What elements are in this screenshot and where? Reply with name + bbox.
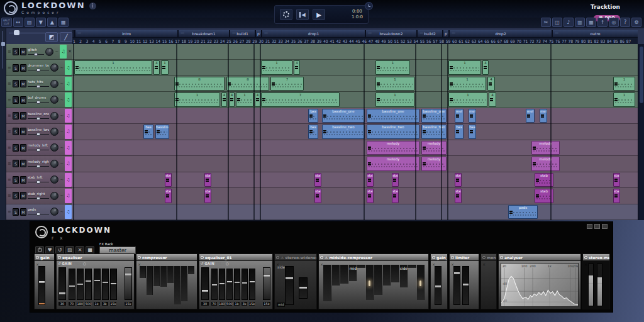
power-icon[interactable] <box>201 256 204 259</box>
fader-cap[interactable] <box>235 282 240 283</box>
fader-cap[interactable] <box>103 282 108 283</box>
minimize-icon[interactable] <box>587 224 592 229</box>
ms-band[interactable] <box>323 265 331 301</box>
settings-button[interactable]: ⚙ <box>631 18 641 27</box>
module-compressor[interactable]: compressor✕ <box>136 253 197 309</box>
clip-1[interactable]: 1 <box>613 92 635 106</box>
eq-freq-label[interactable]: FREQ <box>216 262 225 265</box>
eq-low-fader[interactable] <box>58 267 66 300</box>
track-lane-pads[interactable]: pads <box>72 204 638 220</box>
eq-high-fader[interactable] <box>263 267 270 300</box>
solo-button[interactable]: S <box>13 48 19 55</box>
midi-icon[interactable]: ♫ <box>65 189 72 203</box>
clip-melody[interactable]: melody <box>367 141 419 155</box>
eq-band-fader-15k[interactable] <box>110 269 117 300</box>
solo-button[interactable]: S <box>13 64 19 72</box>
ms-band[interactable] <box>332 265 340 286</box>
fader-cap[interactable] <box>202 290 208 292</box>
solo-button[interactable]: S <box>13 160 19 167</box>
mute-button[interactable]: M <box>20 64 26 72</box>
module-gain_01[interactable]: gain_01✕ <box>430 253 448 309</box>
fader-cap[interactable] <box>286 277 293 279</box>
zoom-slider-handle[interactable] <box>14 30 19 35</box>
clip-melody[interactable]: melody <box>421 141 447 155</box>
drag-handle-icon[interactable]: ≡ <box>8 49 11 54</box>
track-header-bassline_one[interactable]: ≡SMbassline_one~♫ <box>6 108 72 124</box>
module-equaliser_01[interactable]: equaliser_01✕↺ GAIN FREQ ○701805001k3k15… <box>199 253 273 309</box>
clip-bas[interactable]: bas <box>469 125 476 138</box>
pan-knob[interactable] <box>50 192 58 200</box>
module-mono[interactable]: mono✕ <box>480 253 497 309</box>
midi-icon[interactable]: ♫ <box>65 92 72 106</box>
module-equaliser[interactable]: equaliser✕↺ GAIN FREQ ○701805001k3k15k30… <box>56 253 135 309</box>
clip-mel[interactable]: mel <box>455 109 464 123</box>
drag-handle-icon[interactable]: ≡ <box>8 193 11 198</box>
track-header-stab_left[interactable]: ≡SMstab_left~♫ <box>6 172 72 188</box>
mute-button[interactable]: M <box>20 128 26 135</box>
solo-button[interactable]: S <box>13 192 19 199</box>
compressor-band[interactable] <box>140 266 146 278</box>
module-header-equaliser[interactable]: equaliser <box>57 254 134 261</box>
track-header-melody_right[interactable]: ≡SMmelody_right~♫ <box>6 156 72 172</box>
track-header-hats_hits[interactable]: ≡SMhats_hits~♫ <box>6 76 72 92</box>
fader-cap[interactable] <box>463 284 469 286</box>
scrollbar-handle[interactable] <box>640 47 643 103</box>
clip-1[interactable]: 1 <box>261 60 292 74</box>
eq-gain-label[interactable]: GAIN <box>204 262 214 265</box>
clip-mel[interactable]: mel <box>526 109 535 123</box>
clip-stab[interactable]: stab <box>613 173 620 187</box>
mute-button[interactable]: M <box>20 112 26 119</box>
section-breakdown1[interactable]: —breakdown1 <box>177 30 229 37</box>
volume-slider-handle[interactable] <box>34 53 38 56</box>
fader-cap[interactable] <box>299 287 307 289</box>
browser-button[interactable]: ◫ <box>552 18 562 27</box>
clip-bas[interactable]: bas <box>455 125 464 138</box>
mute-button[interactable]: M <box>20 208 26 216</box>
volume-slider[interactable] <box>28 133 49 136</box>
volume-slider-handle[interactable] <box>36 101 40 104</box>
module-limiter[interactable]: limiter✕ <box>449 253 479 309</box>
power-icon[interactable] <box>36 256 39 259</box>
clip-1[interactable]: 1 <box>174 92 220 106</box>
mid-fader[interactable] <box>299 277 308 299</box>
midi-icon[interactable]: ♫ <box>65 141 72 155</box>
clip-4[interactable]: 4 <box>482 60 489 74</box>
power-icon[interactable]: ○ <box>83 262 86 265</box>
section-drop2[interactable]: —drop2 <box>448 30 552 37</box>
pan-knob[interactable] <box>50 160 58 168</box>
clip-stab[interactable]: stab <box>165 173 172 187</box>
fader[interactable] <box>38 266 45 305</box>
clip-stab[interactable]: stab <box>613 189 620 203</box>
drag-handle-icon[interactable]: ≡ <box>8 177 11 182</box>
drag-handle-icon[interactable]: ≡ <box>8 97 11 103</box>
track-header-melody_left[interactable]: ≡SMmelody_left~♫ <box>6 140 72 156</box>
track-header-stab_right[interactable]: ≡SMstab_right~♫ <box>6 188 72 204</box>
eq-band-fader-70[interactable] <box>211 269 218 300</box>
track-lane-hats_hits[interactable]: 8871141 <box>72 76 638 92</box>
fader-cap[interactable] <box>77 284 83 285</box>
clip-1[interactable]: 1 <box>375 77 414 91</box>
clip-1[interactable]: 1 <box>161 60 169 74</box>
fader-cap[interactable] <box>454 272 460 274</box>
mute-button[interactable]: M <box>20 80 26 87</box>
volume-slider-handle[interactable] <box>36 117 40 120</box>
clip-bassline_one[interactable]: bassline_one <box>421 109 447 123</box>
volume-slider-handle[interactable] <box>36 85 40 88</box>
clip-stab[interactable]: stab <box>367 173 374 187</box>
track-lane-bassline_one[interactable]: basbassline_onebassline_onebassline_onem… <box>72 108 638 124</box>
fader-cap[interactable] <box>111 283 116 284</box>
clip-melody[interactable]: melody <box>531 141 560 155</box>
ms-band[interactable] <box>408 265 416 268</box>
midi-icon[interactable]: ♫ <box>65 77 72 91</box>
volume-slider[interactable] <box>28 69 49 72</box>
note-button[interactable]: ♪ <box>564 18 574 27</box>
volume-slider[interactable] <box>28 85 49 88</box>
clip-mel[interactable]: mel <box>469 109 476 123</box>
compressor-band[interactable] <box>167 266 174 283</box>
clip-1[interactable]: 1 <box>236 92 253 106</box>
mute-button[interactable]: M <box>20 160 26 167</box>
power-icon[interactable] <box>584 256 587 259</box>
clip-stab[interactable]: stab <box>392 173 399 187</box>
pin-icon[interactable]: ✕ <box>482 262 486 267</box>
mute-button[interactable]: M <box>20 176 26 184</box>
